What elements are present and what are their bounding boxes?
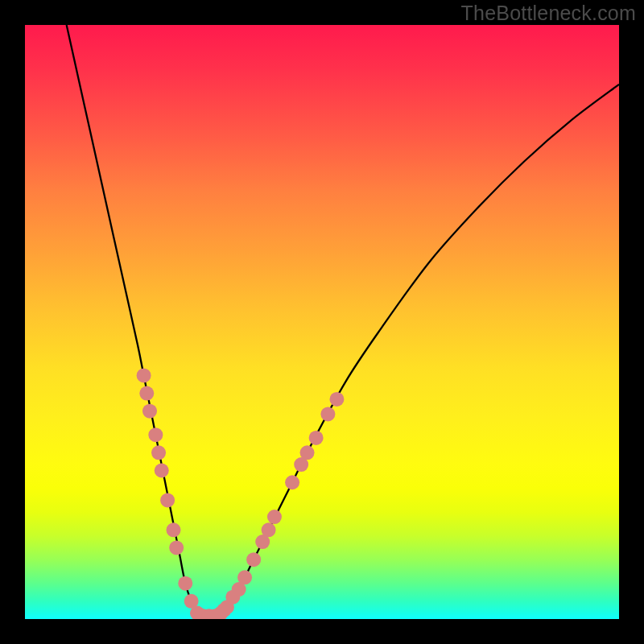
data-dot: [246, 552, 261, 567]
data-dot: [178, 576, 192, 591]
watermark-text: TheBottleneck.com: [461, 2, 636, 25]
data-dot: [137, 368, 151, 382]
data-dot: [262, 522, 276, 537]
plot-area: [25, 25, 619, 619]
data-dot: [167, 522, 181, 537]
data-dot: [309, 431, 324, 445]
data-dot: [148, 427, 163, 442]
data-dots-layer: [25, 25, 619, 619]
data-dot: [169, 540, 184, 555]
data-dot: [151, 445, 166, 460]
data-dot: [285, 475, 299, 489]
data-dot: [160, 493, 175, 507]
outer-frame: TheBottleneck.com: [0, 0, 644, 644]
data-dot: [300, 445, 315, 460]
data-dot: [142, 404, 157, 419]
data-dot: [329, 392, 344, 407]
data-dot: [237, 570, 252, 584]
data-dot: [155, 464, 169, 478]
data-dot: [139, 386, 154, 401]
data-dot: [267, 510, 282, 524]
data-dot: [320, 407, 335, 421]
